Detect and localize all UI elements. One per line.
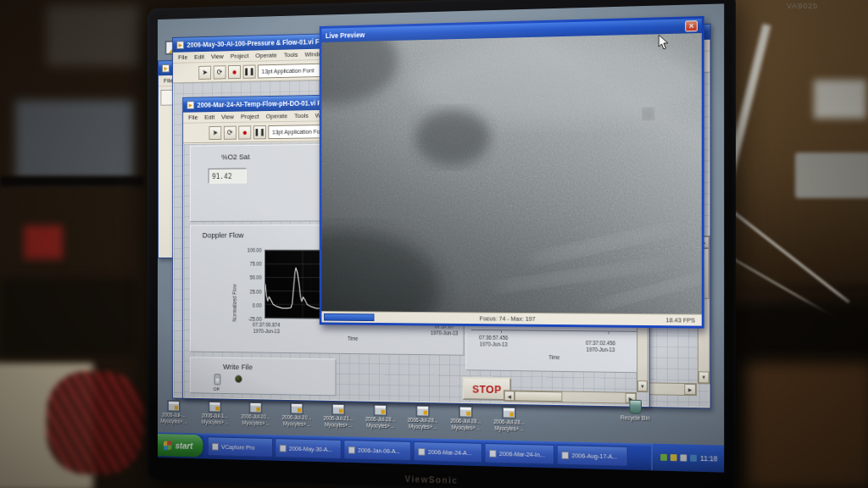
- desktop-icon[interactable]: 2006-Jul-20...Myocytes+...: [236, 402, 275, 427]
- ytick-label: 25.00: [236, 288, 262, 294]
- labview-vi-icon: ▶: [176, 41, 184, 49]
- menu-item-tools[interactable]: Tools: [284, 51, 298, 58]
- desktop-icon[interactable]: 2006-Jul-28...Myocytes+...: [445, 406, 486, 431]
- abort-button[interactable]: ●: [228, 64, 241, 78]
- window-icon: [561, 451, 569, 458]
- mouse-cursor: [658, 34, 669, 50]
- tray-icon[interactable]: [661, 454, 668, 461]
- ytick-label: 50.00: [236, 274, 262, 280]
- tray-icon[interactable]: [670, 454, 677, 461]
- scroll-right-arrow[interactable]: ▶: [684, 384, 696, 395]
- room-gray-device: [795, 152, 868, 198]
- live-preview-focus-status: Focus: 74 - Max: 197: [321, 313, 701, 324]
- menu-item-tools[interactable]: Tools: [294, 112, 309, 119]
- hidden-chart-axis-panel: 07:36:57.4561970-Jun-13 07:37:02.4561970…: [465, 324, 646, 373]
- scroll-down-arrow[interactable]: ▼: [637, 380, 648, 391]
- window-icon: [280, 444, 287, 452]
- room-shelf-edge: [0, 176, 144, 186]
- doppler-x-start: 07:37:00.8741970-Jun-13: [253, 322, 280, 335]
- o2-sat-value: 91.42: [209, 168, 247, 183]
- write-file-toggle[interactable]: [214, 374, 221, 385]
- pause-button[interactable]: ❚❚: [253, 125, 266, 139]
- desktop-icon[interactable]: 2006-Jul-1...Myocytes+...: [196, 402, 234, 426]
- scroll-left-arrow[interactable]: ◀: [504, 391, 515, 401]
- start-button[interactable]: start: [158, 434, 203, 458]
- room-cable-2: [726, 254, 860, 333]
- hidden-axis-left: 07:36:57.4561970-Jun-13: [479, 335, 508, 348]
- taskbar-button[interactable]: 2006-May-30-A...: [275, 438, 341, 459]
- screen: ▶ 200... FileEd ▶ 2006-May-30-AI-100-Pre…: [158, 3, 724, 472]
- run-continuous-button[interactable]: ⟳: [224, 125, 236, 139]
- room-beige-instrument: [0, 363, 93, 488]
- ytick-label: 100.00: [236, 247, 262, 252]
- room-white-patch: [814, 80, 866, 119]
- live-preview-title: Live Preview: [326, 30, 364, 40]
- desktop-icon[interactable]: 2006-Jul-20...Myocytes+...: [277, 403, 316, 428]
- menu-item-operate[interactable]: Operate: [255, 52, 276, 59]
- menu-item-edit[interactable]: Edit: [194, 53, 204, 61]
- menu-item-operate[interactable]: Operate: [266, 113, 288, 120]
- recycle-bin-icon[interactable]: Recycle Bin: [615, 399, 654, 421]
- live-preview-image: [321, 33, 701, 314]
- run-button[interactable]: ➤: [198, 65, 211, 79]
- window-icon: [348, 446, 355, 453]
- room-dark-shelf: [0, 278, 136, 356]
- hidden-axis-right: 07:37:02.4561970-Jun-13: [586, 340, 615, 353]
- system-tray: 11:18: [652, 444, 724, 473]
- run-button[interactable]: ➤: [209, 125, 222, 139]
- menu-item-project[interactable]: Project: [231, 53, 249, 60]
- scroll-down-arrow[interactable]: ▼: [698, 371, 709, 383]
- window-icon: [489, 449, 496, 457]
- doppler-xlabel: Time: [348, 336, 358, 342]
- live-preview-fps: 18.43 FPS: [666, 316, 695, 324]
- axis-tick: [609, 330, 609, 334]
- ytick-label: 0.00: [236, 302, 262, 308]
- room-shelf-box: [15, 100, 134, 180]
- menu-item-edit[interactable]: Edit: [204, 114, 214, 121]
- monitor: ▶ 200... FileEd ▶ 2006-May-30-AI-100-Pre…: [147, 0, 736, 488]
- taskbar-button[interactable]: 2006-Jan-06-A...: [343, 440, 411, 461]
- doppler-ytick-labels: 100.0075.0050.0025.000.00-25.00: [236, 248, 262, 319]
- run-continuous-button[interactable]: ⟳: [214, 65, 226, 79]
- desktop-icon[interactable]: 2006-Jul-28...Myocytes+...: [360, 404, 400, 430]
- doppler-flow-label: Doppler Flow: [203, 230, 244, 239]
- tray-icon[interactable]: [681, 454, 687, 461]
- o2-sat-pane: %O2 Sat 91.42: [190, 144, 336, 222]
- ytick-label: -25.00: [236, 315, 262, 321]
- menu-item-file[interactable]: File: [178, 53, 187, 61]
- menu-item-project[interactable]: Project: [241, 113, 259, 120]
- window-icon: [418, 447, 425, 455]
- menu-item-view[interactable]: View: [211, 53, 224, 60]
- taskbar-button[interactable]: 2006-Mar-24-A...: [414, 441, 482, 463]
- abort-button[interactable]: ●: [238, 125, 251, 139]
- desktop-icon[interactable]: 2006-Jul-28...Myocytes+...: [403, 405, 443, 430]
- room-chair: [744, 363, 868, 488]
- room-top-left-shapes: [47, 5, 140, 66]
- labview-vi-icon: ▶: [162, 64, 170, 73]
- axis-tick: [501, 330, 502, 333]
- taskbar-button[interactable]: 2006-Mar-24-In...: [484, 443, 554, 464]
- taskbar-buttons: VCapture Pro2006-May-30-A...2006-Jan-06-…: [208, 436, 631, 466]
- tray-icon[interactable]: [690, 455, 697, 462]
- desktop-icon[interactable]: 2006-Jul-21...Myocytes+...: [319, 404, 359, 430]
- hidden-axis-label: Time: [548, 354, 559, 361]
- hscroll-thumb[interactable]: [515, 391, 562, 402]
- taskbar-clock: 11:18: [700, 454, 717, 463]
- taskbar-button[interactable]: VCapture Pro: [208, 436, 273, 458]
- desktop-icon[interactable]: 2006-Jul-...Myocytes+...: [158, 401, 192, 425]
- photo-of-monitor: VA902b ▶ 200... FileEd ▶ 2006-May-30: [0, 0, 868, 488]
- live-preview-statusbar: Focus: 74 - Max: 197 18.43 FPS: [321, 311, 701, 326]
- menu-item-file[interactable]: File: [188, 114, 198, 121]
- room-red-cables: [47, 371, 144, 474]
- photo-corner-label: VA902b: [787, 2, 818, 10]
- desktop-icon[interactable]: 2006-Jul-28...Myocytes+...: [488, 407, 530, 432]
- taskbar: start VCapture Pro2006-May-30-A...2006-J…: [158, 432, 724, 472]
- room-cable-1: [721, 202, 850, 303]
- close-icon[interactable]: ✕: [685, 20, 698, 31]
- menu-item-view[interactable]: View: [221, 114, 234, 121]
- windows-flag-icon: [164, 441, 171, 450]
- room-wall: [727, 0, 868, 284]
- pause-button[interactable]: ❚❚: [243, 64, 256, 78]
- write-file-pane: Write File Off: [190, 357, 336, 396]
- taskbar-button[interactable]: 2006-Aug-17-A...: [557, 445, 628, 467]
